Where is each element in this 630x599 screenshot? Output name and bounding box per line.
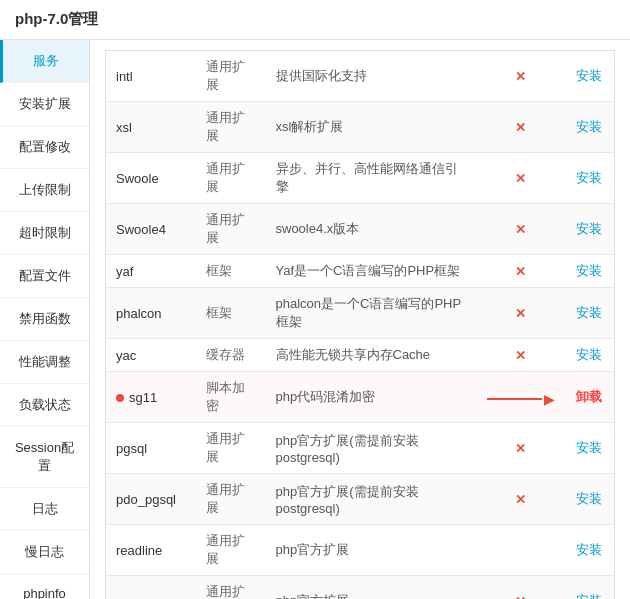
- ext-type: 通用扩展: [196, 474, 266, 525]
- ext-type: 缓存器: [196, 339, 266, 372]
- ext-type: 通用扩展: [196, 204, 266, 255]
- x-icon: ✕: [515, 69, 526, 84]
- table-row: intl通用扩展提供国际化支持✕安装: [106, 51, 615, 102]
- x-icon: ✕: [515, 120, 526, 135]
- install-button[interactable]: 安装: [576, 221, 602, 236]
- arrow-indicator: ▶: [487, 388, 555, 403]
- ext-desc: php代码混淆加密: [266, 372, 477, 423]
- ext-type: 通用扩展: [196, 576, 266, 600]
- ext-desc: php官方扩展(需提前安装postgresql): [266, 423, 477, 474]
- ext-type: 通用扩展: [196, 153, 266, 204]
- table-row: readline通用扩展php官方扩展安装: [106, 525, 615, 576]
- ext-desc: 提供国际化支持: [266, 51, 477, 102]
- ext-desc: php官方扩展: [266, 525, 477, 576]
- sidebar-item-timeout-limit[interactable]: 超时限制: [0, 212, 89, 255]
- install-button[interactable]: 安装: [576, 305, 602, 320]
- install-button[interactable]: 安装: [576, 593, 602, 599]
- ext-name: snmp: [116, 594, 148, 600]
- table-row: Swoole通用扩展异步、并行、高性能网络通信引擎✕安装: [106, 153, 615, 204]
- sidebar-item-service[interactable]: 服务: [0, 40, 89, 83]
- ext-type: 框架: [196, 288, 266, 339]
- x-icon: ✕: [515, 306, 526, 321]
- ext-type: 通用扩展: [196, 423, 266, 474]
- x-icon: ✕: [515, 264, 526, 279]
- ext-desc: php官方扩展: [266, 576, 477, 600]
- install-button[interactable]: 安装: [576, 68, 602, 83]
- main-content: intl通用扩展提供国际化支持✕安装xsl通用扩展xsl解析扩展✕安装Swool…: [90, 40, 630, 599]
- sidebar-item-install-ext[interactable]: 安装扩展: [0, 83, 89, 126]
- sidebar-item-config-file[interactable]: 配置文件: [0, 255, 89, 298]
- table-row: yac缓存器高性能无锁共享内存Cache✕安装: [106, 339, 615, 372]
- ext-name: sg11: [129, 390, 157, 405]
- ext-name: phalcon: [116, 306, 162, 321]
- x-icon: ✕: [515, 222, 526, 237]
- ext-name: yac: [116, 348, 136, 363]
- x-icon: ✕: [515, 594, 526, 600]
- table-row: snmp通用扩展php官方扩展✕安装: [106, 576, 615, 600]
- ext-desc: xsl解析扩展: [266, 102, 477, 153]
- sidebar-item-upload-limit[interactable]: 上传限制: [0, 169, 89, 212]
- x-icon: ✕: [515, 441, 526, 456]
- install-button[interactable]: 安装: [576, 347, 602, 362]
- ext-name: pgsql: [116, 441, 147, 456]
- ext-type: 通用扩展: [196, 525, 266, 576]
- sidebar: 服务安装扩展配置修改上传限制超时限制配置文件禁用函数性能调整负载状态Sessio…: [0, 40, 90, 599]
- extensions-table: intl通用扩展提供国际化支持✕安装xsl通用扩展xsl解析扩展✕安装Swool…: [105, 50, 615, 599]
- install-button[interactable]: 安装: [576, 440, 602, 455]
- table-row: pdo_pgsql通用扩展php官方扩展(需提前安装postgresql)✕安装: [106, 474, 615, 525]
- table-row: yaf框架Yaf是一个C语言编写的PHP框架✕安装: [106, 255, 615, 288]
- sidebar-item-session-config[interactable]: Session配置: [0, 427, 89, 488]
- ext-name: Swoole: [116, 171, 159, 186]
- ext-desc: 高性能无锁共享内存Cache: [266, 339, 477, 372]
- sidebar-item-slow-logs[interactable]: 慢日志: [0, 531, 89, 574]
- page-title: php-7.0管理: [0, 0, 630, 40]
- table-row: xsl通用扩展xsl解析扩展✕安装: [106, 102, 615, 153]
- install-button[interactable]: 安装: [576, 542, 602, 557]
- red-dot-indicator: [116, 394, 124, 402]
- sidebar-item-config-modify[interactable]: 配置修改: [0, 126, 89, 169]
- install-button[interactable]: 安装: [576, 491, 602, 506]
- ext-type: 通用扩展: [196, 51, 266, 102]
- table-row: Swoole4通用扩展swoole4.x版本✕安装: [106, 204, 615, 255]
- x-icon: ✕: [515, 171, 526, 186]
- sidebar-item-forbidden-func[interactable]: 禁用函数: [0, 298, 89, 341]
- table-row: phalcon框架phalcon是一个C语言编写的PHP框架✕安装: [106, 288, 615, 339]
- install-button[interactable]: 安装: [576, 170, 602, 185]
- sidebar-item-phpinfo[interactable]: phpinfo: [0, 574, 89, 599]
- ext-name: readline: [116, 543, 162, 558]
- install-button[interactable]: 安装: [576, 119, 602, 134]
- ext-name: Swoole4: [116, 222, 166, 237]
- ext-desc: phalcon是一个C语言编写的PHP框架: [266, 288, 477, 339]
- ext-desc: swoole4.x版本: [266, 204, 477, 255]
- sidebar-item-perf-tune[interactable]: 性能调整: [0, 341, 89, 384]
- ext-type: 框架: [196, 255, 266, 288]
- ext-name: intl: [116, 69, 133, 84]
- ext-desc: Yaf是一个C语言编写的PHP框架: [266, 255, 477, 288]
- x-icon: ✕: [515, 348, 526, 363]
- ext-name: yaf: [116, 264, 133, 279]
- sidebar-item-logs[interactable]: 日志: [0, 488, 89, 531]
- ext-type: 通用扩展: [196, 102, 266, 153]
- table-row: pgsql通用扩展php官方扩展(需提前安装postgresql)✕安装: [106, 423, 615, 474]
- sidebar-item-load-status[interactable]: 负载状态: [0, 384, 89, 427]
- ext-name: xsl: [116, 120, 132, 135]
- unload-button[interactable]: 卸载: [576, 389, 602, 404]
- install-button[interactable]: 安装: [576, 263, 602, 278]
- table-row: sg11脚本加密php代码混淆加密 ▶ 卸载: [106, 372, 615, 423]
- ext-type: 脚本加密: [196, 372, 266, 423]
- ext-name: pdo_pgsql: [116, 492, 176, 507]
- ext-desc: 异步、并行、高性能网络通信引擎: [266, 153, 477, 204]
- ext-desc: php官方扩展(需提前安装postgresql): [266, 474, 477, 525]
- x-icon: ✕: [515, 492, 526, 507]
